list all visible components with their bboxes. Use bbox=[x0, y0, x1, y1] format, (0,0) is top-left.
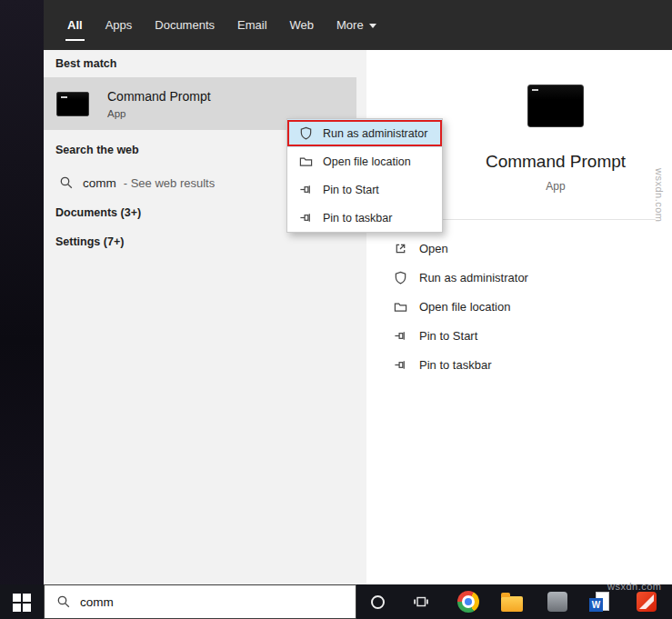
best-match-subtitle: App bbox=[107, 108, 211, 119]
windows-search-screen: All Apps Documents Email Web More Best m… bbox=[0, 0, 672, 619]
pin-icon bbox=[394, 329, 407, 343]
chrome-icon bbox=[457, 591, 479, 613]
best-match-header: Best match bbox=[55, 57, 116, 70]
file-explorer-button[interactable] bbox=[500, 590, 524, 614]
command-prompt-icon bbox=[56, 92, 89, 116]
preview-action-label: Run as administrator bbox=[419, 271, 528, 285]
shield-icon bbox=[394, 271, 407, 285]
pin-icon bbox=[394, 358, 407, 372]
tab-more-label: More bbox=[336, 18, 364, 32]
web-suggestion-hint: - See web results bbox=[124, 176, 215, 190]
cortana-icon bbox=[371, 595, 385, 609]
open-icon bbox=[394, 242, 407, 255]
menu-item-run-as-administrator[interactable]: Run as administrator bbox=[287, 119, 442, 147]
file-explorer-icon bbox=[501, 596, 523, 612]
menu-item-pin-to-taskbar[interactable]: Pin to taskbar bbox=[287, 204, 442, 232]
menu-item-label: Run as administrator bbox=[323, 127, 427, 140]
tab-more[interactable]: More bbox=[336, 18, 376, 32]
red-app-icon bbox=[637, 592, 657, 612]
preview-action-run-admin[interactable]: Run as administrator bbox=[366, 263, 672, 292]
context-menu: Run as administrator Open file location … bbox=[286, 118, 443, 233]
search-input[interactable] bbox=[80, 595, 326, 609]
preview-title: Command Prompt bbox=[486, 152, 626, 172]
preview-action-label: Pin to Start bbox=[419, 329, 477, 343]
cortana-button[interactable] bbox=[366, 590, 389, 614]
gray-app-icon bbox=[547, 592, 567, 612]
menu-item-open-file-location[interactable]: Open file location bbox=[287, 147, 442, 175]
preview-subtitle: App bbox=[546, 180, 565, 193]
folder-icon bbox=[299, 155, 313, 168]
web-suggestion-query: comm bbox=[83, 176, 116, 190]
taskbar-search-box[interactable] bbox=[44, 584, 356, 619]
tab-web[interactable]: Web bbox=[290, 18, 315, 32]
tab-email[interactable]: Email bbox=[237, 18, 267, 32]
command-prompt-icon-large bbox=[527, 85, 584, 127]
pin-icon bbox=[299, 211, 313, 225]
menu-item-label: Pin to Start bbox=[323, 184, 379, 196]
tab-documents[interactable]: Documents bbox=[155, 18, 215, 32]
shield-icon bbox=[299, 126, 313, 140]
watermark: wsxdn.com bbox=[607, 581, 662, 592]
best-match-title: Command Prompt bbox=[107, 89, 211, 104]
settings-section-header[interactable]: Settings (7+) bbox=[55, 235, 124, 248]
preview-action-pin-taskbar[interactable]: Pin to taskbar bbox=[366, 350, 672, 379]
preview-action-open[interactable]: Open bbox=[366, 234, 672, 263]
start-button[interactable] bbox=[13, 594, 31, 612]
pinned-app-button[interactable] bbox=[546, 590, 569, 614]
chevron-down-icon bbox=[369, 24, 376, 28]
search-icon bbox=[59, 175, 74, 190]
word-icon: W bbox=[588, 590, 612, 614]
tab-apps[interactable]: Apps bbox=[105, 18, 133, 32]
preview-action-label: Pin to taskbar bbox=[419, 358, 492, 372]
watermark: wsxdn.com bbox=[654, 168, 665, 223]
preview-action-open-file-location[interactable]: Open file location bbox=[366, 292, 672, 321]
search-filter-bar: All Apps Documents Email Web More bbox=[44, 0, 672, 50]
taskbar: W bbox=[0, 584, 672, 619]
task-view-button[interactable] bbox=[409, 590, 433, 614]
documents-section-header[interactable]: Documents (3+) bbox=[55, 206, 141, 219]
chrome-button[interactable] bbox=[456, 590, 480, 614]
search-icon bbox=[56, 594, 71, 609]
preview-action-label: Open file location bbox=[419, 300, 510, 314]
folder-icon bbox=[394, 300, 407, 314]
desktop-background bbox=[0, 0, 44, 619]
menu-item-label: Open file location bbox=[323, 155, 411, 168]
pin-icon bbox=[299, 183, 313, 196]
word-button[interactable]: W bbox=[588, 590, 612, 614]
menu-item-label: Pin to taskbar bbox=[323, 212, 392, 225]
pinned-app-button-2[interactable] bbox=[635, 590, 658, 614]
preview-action-pin-start[interactable]: Pin to Start bbox=[366, 321, 672, 350]
tab-all[interactable]: All bbox=[67, 18, 83, 32]
search-web-header: Search the web bbox=[55, 144, 139, 156]
task-view-icon bbox=[413, 594, 429, 610]
menu-item-pin-to-start[interactable]: Pin to Start bbox=[287, 175, 442, 204]
preview-action-label: Open bbox=[419, 242, 448, 255]
